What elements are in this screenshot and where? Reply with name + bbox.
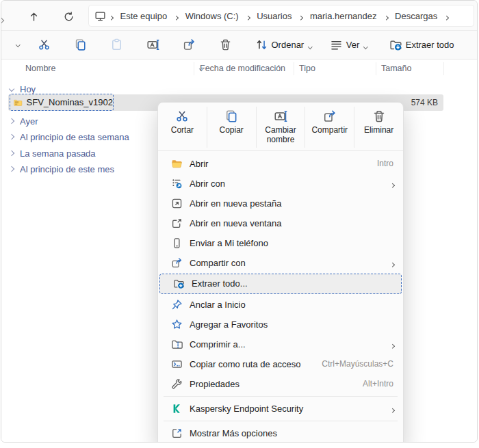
extract-all-button[interactable]: Extraer todo — [384, 34, 463, 57]
shortcut-properties: Alt+Intro — [363, 379, 393, 388]
chevron-right-icon — [246, 10, 250, 22]
file-size: 574 KB — [411, 98, 438, 107]
menu-item-abrir-nueva-pestana[interactable]: Abrir en nueva pestaña — [158, 194, 403, 213]
menu-item-enviar-telefono[interactable]: Enviar a Mi teléfono — [158, 233, 403, 253]
context-command-bar: Cortar Copiar Cambiar nombre Compartir E… — [158, 103, 403, 151]
shortcut-copy-path: Ctrl+Mayúsculas+C — [322, 359, 393, 369]
submenu-chevron-icon — [391, 402, 394, 414]
menu-item-propiedades[interactable]: Propiedades Alt+Intro — [158, 374, 403, 394]
navigation-bar: Este equipo Windows (C:) Usuarios maria.… — [1, 1, 477, 31]
submenu-chevron-icon — [391, 177, 394, 189]
rename-button[interactable] — [141, 34, 165, 57]
file-name: SFV_Nominas_v1902 — [27, 97, 113, 107]
menu-item-agregar-favoritos[interactable]: Agregar a Favoritos — [158, 315, 403, 334]
share-label: Compartir — [311, 126, 348, 135]
breadcrumb-this-pc[interactable]: Este equipo — [116, 11, 172, 21]
column-header-type[interactable]: Tipo — [299, 64, 315, 73]
toolbar-overflow-chevron[interactable] — [11, 34, 25, 57]
column-header-row: Nombre Fecha de modificación Tipo Tamaño — [1, 60, 477, 78]
menu-item-extraer-todo[interactable]: Extraer todo... — [159, 274, 402, 294]
menu-item-copiar-ruta[interactable]: Copiar como ruta de acceso Ctrl+Mayúscul… — [158, 354, 403, 374]
submenu-chevron-icon — [391, 338, 394, 350]
cut-command[interactable]: Cortar — [158, 107, 207, 148]
copy-button[interactable] — [68, 34, 92, 57]
breadcrumb-usuarios[interactable]: Usuarios — [253, 11, 296, 21]
scissors-icon — [38, 38, 51, 51]
copy-command[interactable]: Copiar — [207, 107, 257, 148]
chevron-collapsed-icon — [9, 118, 14, 124]
column-header-date[interactable]: Fecha de modificación — [200, 64, 285, 73]
scissors-icon — [175, 109, 189, 123]
rename-icon — [146, 38, 159, 51]
address-bar[interactable]: Este equipo Windows (C:) Usuarios maria.… — [88, 5, 474, 27]
share-command[interactable]: Compartir — [305, 107, 354, 148]
chevron-collapsed-icon — [9, 150, 14, 156]
menu-item-comprimir[interactable]: Comprimir a... — [158, 334, 403, 354]
paste-icon — [110, 38, 123, 51]
column-header-name[interactable]: Nombre — [25, 64, 55, 73]
share-icon — [171, 257, 183, 269]
up-arrow-icon — [28, 11, 40, 23]
view-icon — [330, 38, 343, 51]
group-principio-mes[interactable]: Al principio de este mes — [5, 162, 114, 176]
menu-item-mostrar-mas-opciones[interactable]: Mostrar Más opciones — [158, 423, 403, 443]
group-principio-semana[interactable]: Al principio de esta semana — [5, 130, 129, 144]
file-selection-box[interactable]: SFV_Nominas_v1902 — [10, 94, 114, 111]
extract-icon — [389, 38, 402, 51]
menu-divider — [164, 421, 398, 421]
submenu-chevron-icon — [391, 256, 394, 269]
chevron-right-icon — [385, 10, 388, 22]
refresh-button[interactable] — [59, 7, 78, 26]
cut-button[interactable] — [32, 34, 56, 57]
paste-button[interactable] — [105, 34, 129, 57]
group-label: Al principio de esta semana — [20, 132, 129, 142]
menu-item-abrir-nueva-ventana[interactable]: Abrir en nueva ventana — [158, 213, 403, 233]
view-label: Ver — [346, 40, 360, 50]
group-label: La semana pasada — [20, 148, 96, 159]
menu-item-anclar-inicio[interactable]: Anclar a Inicio — [158, 295, 403, 315]
zip-folder-outline-icon — [171, 339, 183, 350]
group-label: Hoy — [20, 84, 36, 94]
forward-icon[interactable] — [1, 13, 3, 25]
breadcrumb-descargas[interactable]: Descargas — [391, 11, 441, 21]
group-semana-pasada[interactable]: La semana pasada — [5, 146, 96, 160]
breadcrumb-user[interactable]: maria.hernandez — [306, 11, 381, 21]
column-header-size[interactable]: Tamaño — [381, 64, 411, 73]
delete-label: Eliminar — [364, 126, 393, 135]
sort-label: Ordenar — [272, 40, 305, 50]
column-divider[interactable] — [443, 62, 444, 75]
group-ayer[interactable]: Ayer — [5, 114, 38, 128]
chevron-right-icon — [109, 10, 113, 22]
menu-item-kaspersky[interactable]: Kaspersky Endpoint Security — [158, 399, 403, 419]
chevron-right-icon — [174, 10, 178, 22]
share-icon — [323, 109, 337, 123]
rename-command[interactable]: Cambiar nombre — [257, 107, 306, 148]
breadcrumb-windows-c[interactable]: Windows (C:) — [181, 11, 243, 21]
menu-item-abrir[interactable]: Abrir Intro — [158, 154, 403, 174]
sort-button[interactable]: Ordenar — [250, 34, 318, 57]
delete-button[interactable] — [213, 34, 237, 57]
column-divider[interactable] — [376, 62, 376, 75]
chevron-collapsed-icon — [9, 166, 14, 172]
menu-item-abrir-con[interactable]: Abrir con — [158, 174, 403, 194]
rename-icon — [274, 109, 287, 123]
cut-label: Cortar — [171, 126, 194, 135]
this-pc-icon — [94, 10, 106, 22]
view-button[interactable]: Ver — [324, 34, 373, 57]
copy-icon — [74, 38, 87, 51]
trash-icon — [372, 109, 386, 123]
chevron-right-icon — [299, 10, 302, 22]
star-icon — [171, 319, 183, 330]
copy-path-icon — [171, 358, 183, 370]
menu-item-compartir-con[interactable]: Compartir con — [158, 253, 403, 273]
up-button[interactable] — [24, 7, 43, 26]
share-button[interactable] — [177, 34, 201, 57]
context-menu: Cortar Copiar Cambiar nombre Compartir E… — [157, 102, 404, 443]
column-divider[interactable] — [294, 62, 294, 75]
pin-icon — [171, 299, 183, 311]
shortcut-intro: Intro — [377, 159, 393, 168]
zip-folder-icon — [14, 97, 23, 108]
delete-command[interactable]: Eliminar — [354, 107, 403, 148]
column-divider[interactable] — [194, 62, 194, 75]
rename-label: Cambiar nombre — [258, 126, 304, 145]
